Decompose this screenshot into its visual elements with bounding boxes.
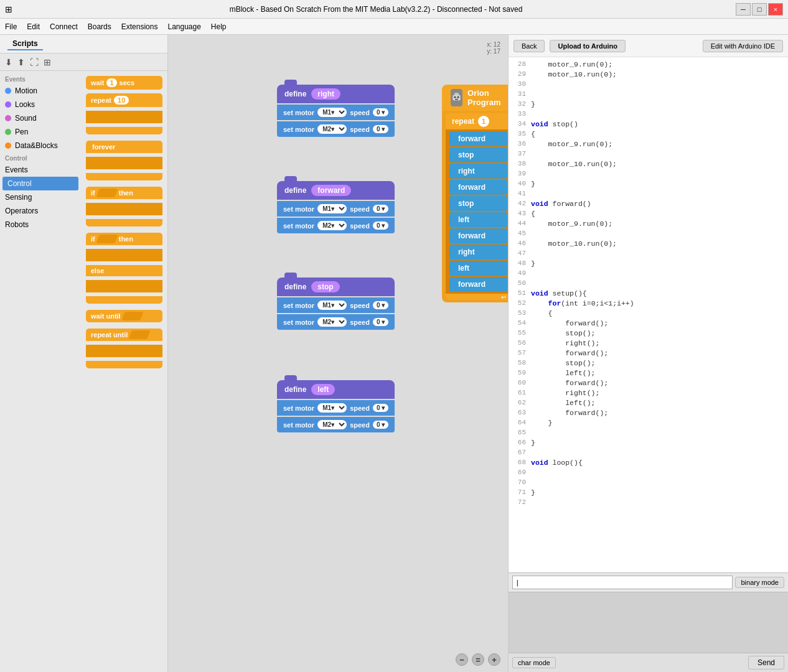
send-button[interactable]: Send — [748, 656, 784, 670]
seq-block-right-1[interactable]: right — [449, 164, 507, 179]
palette-block-forever[interactable]: forever — [86, 141, 162, 153]
seq-block-forward-4[interactable]: forward — [449, 277, 507, 292]
repeat-until-slot — [129, 330, 151, 339]
sidebar-item-operators[interactable]: Operators — [0, 204, 81, 218]
sidebar-item-sound[interactable]: Sound — [0, 111, 81, 125]
char-mode-button[interactable]: char mode — [512, 657, 556, 668]
palette-block-if-else[interactable]: if then — [86, 233, 162, 245]
code-line-58: 58 stop(); — [509, 358, 788, 368]
code-line-61: 61 right(); — [509, 388, 788, 398]
define-forward-header[interactable]: define forward — [277, 181, 395, 200]
code-line-69: 69 — [509, 468, 788, 478]
tab-scripts[interactable]: Scripts — [7, 38, 43, 50]
back-button[interactable]: Back — [514, 40, 545, 52]
define-stop-header[interactable]: define stop — [277, 278, 395, 296]
menu-file[interactable]: File — [5, 22, 17, 31]
zoom-in-button[interactable]: + — [488, 653, 500, 666]
seq-block-forward-3[interactable]: forward — [449, 228, 507, 243]
sidebar-item-events[interactable]: Events — [0, 163, 81, 177]
motor-m1-select-right[interactable]: M1▾ — [317, 108, 347, 117]
cat-section-events: Events — [0, 73, 81, 84]
palette-block-repeat[interactable]: repeat 10 — [86, 93, 162, 107]
data-dot — [5, 142, 11, 149]
menu-language[interactable]: Language — [167, 22, 200, 31]
motor-stop-m2[interactable]: set motor M2▾ speed 0 ▾ — [277, 314, 395, 330]
seq-block-left-2[interactable]: left — [449, 261, 507, 276]
palette-block-repeat-until[interactable]: repeat until — [86, 329, 162, 341]
forever-slot — [86, 157, 162, 169]
motor-m1-select-stop[interactable]: M1▾ — [317, 301, 347, 310]
collapse-icon[interactable]: ⊞ — [44, 57, 51, 67]
zoom-out-button[interactable]: − — [456, 653, 468, 666]
motor-m2-select-left[interactable]: M2▾ — [317, 420, 347, 429]
seq-block-right-2[interactable]: right — [449, 245, 507, 259]
motor-forward-m1[interactable]: set motor M1▾ speed 0 ▾ — [277, 201, 395, 217]
code-line-47: 47 — [509, 249, 788, 259]
motion-dot — [5, 88, 11, 94]
menubar: File Edit Connect Boards Extensions Lang… — [0, 19, 788, 35]
close-button[interactable]: × — [768, 3, 783, 16]
terminal-input[interactable] — [512, 576, 733, 589]
seq-block-stop-2[interactable]: stop — [449, 196, 507, 211]
seq-block-forward-1[interactable]: forward — [449, 131, 507, 146]
define-stop-group: define stop set motor M1▾ speed 0 ▾ set … — [277, 278, 395, 330]
sidebar-item-looks[interactable]: Looks — [0, 98, 81, 111]
motor-m2-select-stop[interactable]: M2▾ — [317, 317, 347, 327]
seq-block-stop-1[interactable]: stop — [449, 147, 507, 162]
condition-slot — [96, 189, 118, 197]
cat-section-control: Control — [0, 152, 81, 163]
repeat-header[interactable]: repeat 1 — [446, 113, 508, 129]
code-line-59: 59 left(); — [509, 368, 788, 378]
terminal-input-row: binary mode — [509, 573, 788, 592]
code-line-67: 67 — [509, 448, 788, 458]
terminal-body — [509, 592, 788, 653]
edit-with-ide-button[interactable]: Edit with Arduino IDE — [703, 40, 783, 52]
code-line-34: 34 void stop() — [509, 119, 788, 129]
motor-right-m2[interactable]: set motor M2▾ speed 0 ▾ — [277, 121, 395, 137]
define-right-header[interactable]: define right — [277, 85, 395, 103]
code-line-30: 30 — [509, 80, 788, 90]
code-line-38: 38 motor_10.run(0); — [509, 159, 788, 169]
code-line-55: 55 stop(); — [509, 329, 788, 338]
zoom-reset-button[interactable]: = — [472, 653, 484, 666]
sidebar-item-sensing[interactable]: Sensing — [0, 190, 81, 204]
motor-m1-select-forward[interactable]: M1▾ — [317, 204, 347, 213]
motor-left-m2[interactable]: set motor M2▾ speed 0 ▾ — [277, 417, 395, 432]
sidebar-item-motion[interactable]: Motion — [0, 84, 81, 98]
binary-mode-button[interactable]: binary mode — [735, 577, 784, 588]
palette-block-wait-until[interactable]: wait until — [86, 310, 162, 322]
code-line-40: 40 } — [509, 179, 788, 189]
menu-edit[interactable]: Edit — [27, 22, 40, 31]
expand-icon[interactable]: ⛶ — [30, 57, 39, 67]
palette-block-if-then[interactable]: if then — [86, 187, 162, 199]
minimize-button[interactable]: ─ — [736, 3, 751, 16]
seq-block-left-1[interactable]: left — [449, 212, 507, 227]
code-line-68: 68 void loop(){ — [509, 458, 788, 468]
code-line-28: 28 motor_9.run(0); — [509, 60, 788, 70]
define-left-header[interactable]: define left — [277, 380, 395, 399]
motor-m2-select-right[interactable]: M2▾ — [317, 124, 347, 134]
menu-extensions[interactable]: Extensions — [121, 22, 158, 31]
motor-forward-m2[interactable]: set motor M2▾ speed 0 ▾ — [277, 218, 395, 233]
sidebar-item-control[interactable]: Control — [2, 177, 78, 190]
maximize-button[interactable]: □ — [752, 3, 767, 16]
download-icon[interactable]: ⬇ — [5, 57, 12, 67]
palette-block-wait[interactable]: wait 1 secs — [86, 76, 162, 90]
menu-connect[interactable]: Connect — [50, 22, 78, 31]
motor-right-m1[interactable]: set motor M1▾ speed 0 ▾ — [277, 105, 395, 120]
sidebar-item-data[interactable]: Data&Blocks — [0, 139, 81, 152]
upload-to-arduino-button[interactable]: Upload to Arduino — [550, 40, 626, 52]
code-line-56: 56 right(); — [509, 338, 788, 348]
motor-left-m1[interactable]: set motor M1▾ speed 0 ▾ — [277, 400, 395, 416]
menu-help[interactable]: Help — [211, 22, 227, 31]
menu-boards[interactable]: Boards — [88, 22, 111, 31]
seq-block-forward-2[interactable]: forward — [449, 180, 507, 195]
sidebar-item-pen[interactable]: Pen — [0, 125, 81, 139]
code-line-64: 64 } — [509, 418, 788, 428]
upload-icon[interactable]: ⬆ — [17, 57, 25, 67]
motor-m1-select-left[interactable]: M1▾ — [317, 403, 347, 413]
sidebar-item-robots[interactable]: Robots — [0, 218, 81, 231]
motor-m2-select-forward[interactable]: M2▾ — [317, 221, 347, 230]
code-line-39: 39 — [509, 169, 788, 179]
motor-stop-m1[interactable]: set motor M1▾ speed 0 ▾ — [277, 297, 395, 313]
